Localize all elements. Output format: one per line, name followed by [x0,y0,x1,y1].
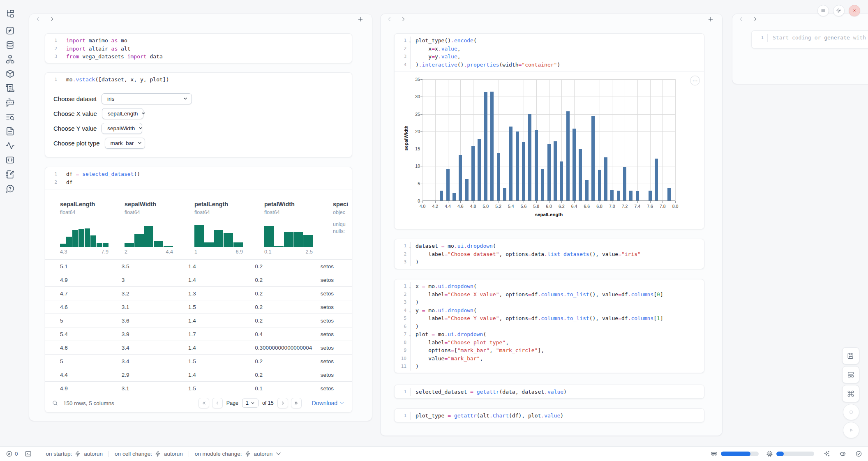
column-nav [29,14,372,24]
table-cell: 4.6 [60,345,122,351]
line-number: 3 [395,298,410,307]
sidebar-scratchpad-icon[interactable] [0,167,20,182]
column-prev-icon[interactable] [386,16,392,22]
code-editor[interactable]: 1⌄plot_type().encode(2 x=x.value,3 y=y.v… [395,34,704,71]
close-button[interactable] [849,5,860,16]
sidebar-help-chat-icon[interactable] [0,182,20,196]
code-editor[interactable]: 1df = selected_dataset()2df [45,167,352,189]
dataset-select[interactable]: iris [102,93,192,104]
sidebar-text-search-icon[interactable] [0,110,20,124]
y-value-select[interactable]: sepalWidth [102,123,142,134]
column-next-icon[interactable] [752,16,758,22]
page-select[interactable]: 1 [242,399,259,408]
sidebar-activity-icon[interactable] [0,138,20,153]
next-page-button[interactable] [277,398,288,408]
on-cell-change-toggle[interactable]: on cell change: autorun [115,450,183,457]
table-cell: 4.6 [60,304,122,310]
save-button[interactable] [842,347,859,364]
sparkles-icon [823,450,830,457]
code-editor[interactable]: 1 Start coding or generate with AI. [752,31,868,45]
sidebar-file-tree-icon[interactable] [0,7,20,21]
divider [189,451,189,457]
table-cell: 4.9 [60,385,122,392]
sidebar-document-icon[interactable] [0,124,20,138]
dropdown-stack: Choose dataset iris Choose X value sepal… [45,87,352,154]
chart-bar [655,159,658,201]
ai-assistant-button[interactable] [823,450,830,457]
last-page-button[interactable] [291,398,302,408]
x-axis-tick-label: 6.2 [559,204,565,209]
code-editor[interactable]: 1⌄x = mo.ui.dropdown(2 label="Choose X v… [395,279,704,373]
column-header[interactable]: sepalWidthfloat6424.4 [125,201,194,256]
column-prev-icon[interactable] [35,16,41,22]
column-nav [732,14,868,24]
add-cell-icon[interactable] [707,16,714,23]
generate-with-ai-link[interactable]: generate [824,35,850,41]
sidebar-code-omit-icon[interactable] [0,153,20,167]
menu-button[interactable] [817,5,829,16]
zap-icon [245,450,252,457]
sidebar-script-icon[interactable] [0,81,20,95]
sidebar-chat-bot-icon[interactable] [0,95,20,110]
sidebar-database-icon[interactable] [0,38,20,52]
layout-button[interactable] [842,366,859,383]
table-header: sepalLengthfloat644.37.9sepalWidthfloat6… [45,189,352,256]
search-icon[interactable] [52,400,58,406]
on-module-change-toggle[interactable]: on module change: autorun [195,450,282,457]
settings-button[interactable] [833,5,845,16]
line-number: 2 [395,290,410,299]
chart-bar [446,169,450,201]
x-value-select[interactable]: sepalLength [102,108,143,119]
y-axis-title: sepalWidth [404,122,409,154]
column-next-icon[interactable] [49,16,55,22]
column-header[interactable]: petalLengthfloat6416.9 [194,201,264,256]
dropdown-label: Choose Y value [53,125,97,132]
table-cell: 4.7 [60,290,122,297]
table-cell: 5 [60,358,122,364]
code-text: x = mo.ui.dropdown( [410,282,704,290]
on-cell-change-value: autorun [164,451,183,457]
table-cell: 0.2 [255,358,320,364]
code-editor[interactable]: 1import marimo as mo2import altair as al… [45,34,352,63]
line-number: 8 [395,339,410,347]
error-count-chip[interactable]: 0 [6,450,18,457]
column-prev-icon[interactable] [738,16,744,22]
y-axis-tick-label: 5 [404,181,420,186]
page-label: Page [226,400,238,406]
plot-type-select[interactable]: mark_bar [105,138,145,149]
connection-status-button[interactable] [855,450,862,457]
sidebar-package-icon[interactable] [0,67,20,81]
stop-button[interactable] [843,404,859,420]
code-editor[interactable]: 1mo.vstack([dataset, x, y, plot]) [45,73,352,87]
table-cell: setos [321,372,352,378]
altair-bar-chart[interactable]: 051015202530354.04.24.44.64.85.05.25.45.… [402,72,690,229]
code-line: 1mo.vstack([dataset, x, y, plot]) [45,76,352,84]
on-startup-toggle[interactable]: on startup: autorun [46,450,103,457]
y-axis-tick-label: 35 [404,77,420,82]
column-header[interactable]: petalWidthfloat640.12.5 [264,201,333,256]
download-button[interactable]: Download [312,400,344,406]
command-palette-button[interactable] [842,385,859,402]
code-editor[interactable]: 1⌄dataset = mo.ui.dropdown(2 label="Choo… [395,239,704,269]
line-number: 1⌄ [395,242,410,250]
run-button[interactable] [843,422,859,438]
sidebar-dependency-graph-icon[interactable] [0,52,20,67]
column-header[interactable]: sepalLengthfloat644.37.9 [60,201,125,256]
x-axis-tick-label: 7.8 [660,204,666,209]
add-cell-icon[interactable] [357,16,364,23]
chevron-down-icon [249,401,255,405]
table-row: 53.41.50.2setos [45,355,352,368]
code-editor[interactable]: 1selected_dataset = getattr(data, datase… [395,385,704,399]
code-editor[interactable]: 1plot_type = getattr(alt.Chart(df), plot… [395,409,704,422]
chart-bar [497,153,500,201]
column-header[interactable]: speciobjecuniqunulls: [333,201,352,256]
chart-actions-button[interactable]: ⋯ [690,76,700,85]
column-next-icon[interactable] [400,16,406,22]
table-cell: 5 [60,318,122,324]
copilot-button[interactable] [839,450,846,457]
first-page-button[interactable] [199,398,209,408]
terminal-button[interactable] [25,450,32,457]
table-cell: setos [321,385,352,392]
prev-page-button[interactable] [212,398,223,408]
sidebar-function-square-icon[interactable] [0,23,20,38]
